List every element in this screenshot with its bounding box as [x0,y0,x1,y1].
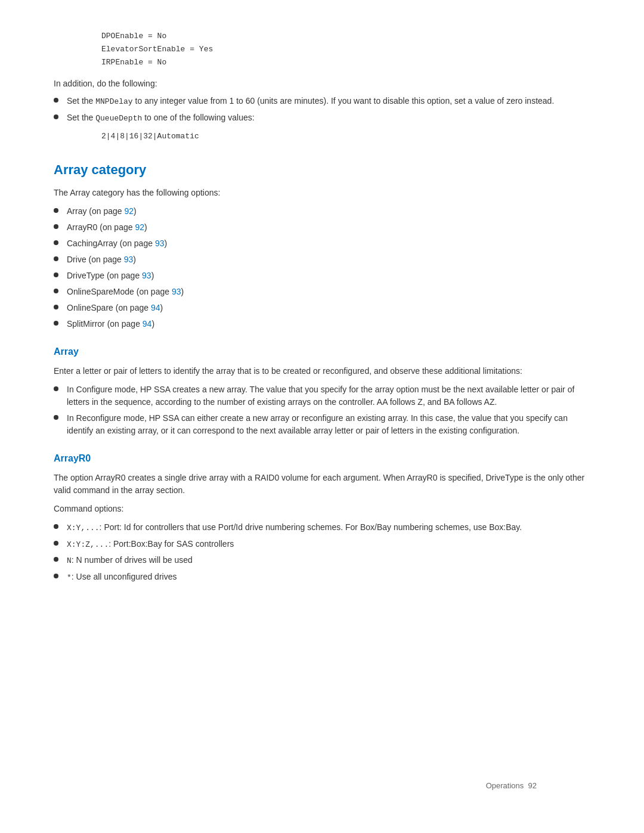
list-item-cachingarray-content: CachingArray (on page 93) [67,237,590,250]
link-drivetype-93[interactable]: 93 [142,271,151,280]
bullet-dot [54,256,58,261]
list-item-drivetype: DriveType (on page 93) [54,270,590,282]
link-cachingarray-93[interactable]: 93 [155,239,165,248]
bullet-dot [54,272,58,277]
arrayr0-sub-desc: The option ArrayR0 creates a single driv… [54,472,590,497]
list-item-splitmirror-content: SplitMirror (on page 94) [67,318,590,330]
star-code: * [67,573,72,582]
list-item-onlinespare-content: OnlineSpare (on page 94) [67,302,590,314]
bullet-dot [54,415,58,420]
bullet-dot [54,289,58,293]
list-item-array: Array (on page 92) [54,205,590,218]
array-sub-desc: Enter a letter or pair of letters to ide… [54,365,590,377]
arrayr0-bullet-3-content: N: N number of drives will be used [67,554,590,567]
bullet-dot [54,557,58,562]
bullet-dot [54,208,58,213]
arrayr0-bullet-4-content: *: Use all unconfigured drives [67,571,590,584]
array-sub-bullet-2-content: In Reconfigure mode, HP SSA can either c… [67,412,590,437]
list-item-onlinespare: OnlineSpare (on page 94) [54,302,590,314]
intro-bullet-2-content: Set the QueueDepth to one of the followi… [67,112,590,125]
bullet-dot [54,321,58,326]
array-category-desc: The Array category has the following opt… [54,187,590,199]
array-category-list: Array (on page 92) ArrayR0 (on page 92) … [54,205,590,330]
bullet-dot [54,541,58,546]
arrayr0-bullet-3: N: N number of drives will be used [54,554,590,567]
bullet-dot [54,386,58,391]
list-item-splitmirror: SplitMirror (on page 94) [54,318,590,330]
bullet-dot [54,574,58,578]
array-sub-bullet-2: In Reconfigure mode, HP SSA can either c… [54,412,590,437]
list-item-onlinesparemode: OnlineSpareMode (on page 93) [54,286,590,298]
link-onlinespare-94[interactable]: 94 [151,303,160,312]
arrayr0-bullet-2-content: X:Y:Z,...: Port:Box:Bay for SAS controll… [67,538,590,551]
arrayr0-bullet-list: X:Y,...: Port: Id for controllers that u… [54,521,590,583]
array-sub-list: In Configure mode, HP SSA creates a new … [54,383,590,437]
page-wrapper: DPOEnable = No ElevatorSortEnable = Yes … [54,30,590,815]
footer-page: 92 [528,781,537,790]
footer-text: Operations [486,781,524,790]
top-code-block: DPOEnable = No ElevatorSortEnable = Yes … [101,30,590,69]
link-onlinesparemode-93[interactable]: 93 [172,287,181,296]
intro-bullet-1-content: Set the MNPDelay to any integer value fr… [67,95,590,108]
xyz-code: X:Y:Z,... [67,540,109,549]
list-item-arrayr0: ArrayR0 (on page 92) [54,221,590,234]
intro-bullet-1: Set the MNPDelay to any integer value fr… [54,95,590,108]
list-item-drive-content: Drive (on page 93) [67,253,590,266]
link-array-92[interactable]: 92 [125,206,134,216]
arrayr0-bullet-1: X:Y,...: Port: Id for controllers that u… [54,521,590,534]
bullet-dot [54,305,58,309]
link-splitmirror-94[interactable]: 94 [143,319,152,329]
arrayr0-sub-title: ArrayR0 [54,451,590,466]
arrayr0-bullet-1-content: X:Y,...: Port: Id for controllers that u… [67,521,590,534]
list-item-drivetype-content: DriveType (on page 93) [67,270,590,282]
list-item-cachingarray: CachingArray (on page 93) [54,237,590,250]
queue-depth-values: 2|4|8|16|32|Automatic [101,130,590,143]
code-line-1: DPOEnable = No [101,30,590,43]
list-item-array-content: Array (on page 92) [67,205,590,218]
arrayr0-bullet-2: X:Y:Z,...: Port:Box:Bay for SAS controll… [54,538,590,551]
code-line-3: IRPEnable = No [101,56,590,69]
page-footer: Operations 92 [486,780,537,792]
link-drive-93[interactable]: 93 [124,255,134,264]
array-sub-bullet-1-content: In Configure mode, HP SSA creates a new … [67,383,590,408]
array-category-title: Array category [54,160,590,179]
intro-bullet-2: Set the QueueDepth to one of the followi… [54,112,590,125]
bullet-dot [54,224,58,229]
list-item-drive: Drive (on page 93) [54,253,590,266]
code-line-2: ElevatorSortEnable = Yes [101,43,590,56]
xy-code: X:Y,... [67,524,100,532]
bullet-dot [54,524,58,529]
command-options-label: Command options: [54,503,590,515]
array-sub-bullet-1: In Configure mode, HP SSA creates a new … [54,383,590,408]
list-item-arrayr0-content: ArrayR0 (on page 92) [67,221,590,234]
n-code: N [67,556,72,565]
bullet-dot [54,240,58,245]
bullet-dot-2 [54,114,58,119]
queuedepth-code: QueueDepth [95,114,142,123]
mnpdelay-code: MNPDelay [95,97,132,106]
list-item-onlinesparemode-content: OnlineSpareMode (on page 93) [67,286,590,298]
arrayr0-bullet-4: *: Use all unconfigured drives [54,571,590,584]
intro-bullet-list: Set the MNPDelay to any integer value fr… [54,95,590,124]
array-sub-title: Array [54,345,590,359]
bullet-dot [54,98,58,103]
intro-text: In addition, do the following: [54,78,590,90]
link-arrayr0-92[interactable]: 92 [135,222,144,232]
